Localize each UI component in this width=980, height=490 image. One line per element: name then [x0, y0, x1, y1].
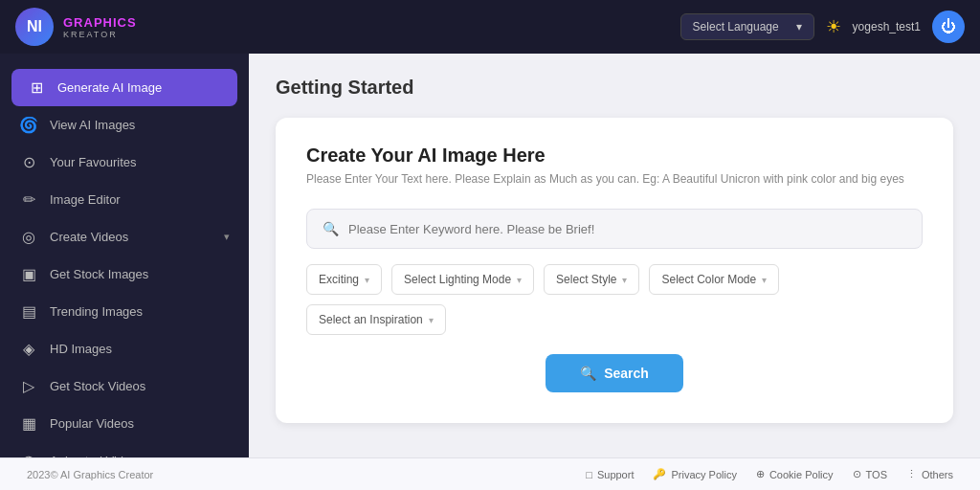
cookie-label: Cookie Policy	[769, 469, 834, 480]
sidebar-item-your-favourites[interactable]: ⊙ Your Favourites	[0, 144, 249, 181]
language-label: Select Language	[693, 20, 779, 33]
search-icon: 🔍	[323, 221, 339, 236]
view-ai-images-label: View AI Images	[50, 118, 230, 132]
footer-link-others[interactable]: ⋮ Others	[906, 468, 953, 480]
sidebar-item-get-stock-videos[interactable]: ▷ Get Stock Videos	[0, 368, 249, 405]
create-videos-icon: ◎	[19, 228, 38, 246]
view-ai-images-icon: 🌀	[19, 116, 38, 134]
card-title: Create Your AI Image Here	[306, 145, 923, 167]
power-button[interactable]: ⏻	[932, 11, 965, 43]
color-label: Select Color Mode	[661, 273, 756, 286]
support-icon: □	[586, 469, 592, 480]
copyright-text: 2023© AI Graphics Creator	[27, 469, 153, 480]
generate-ai-image-icon: ⊞	[27, 78, 46, 97]
dropdowns-row: Exciting ▾ Select Lighting Mode ▾ Select…	[306, 264, 923, 335]
get-stock-videos-icon: ▷	[19, 377, 38, 395]
sidebar-item-trending-images[interactable]: ▤ Trending Images	[0, 293, 249, 330]
sidebar-item-image-editor[interactable]: ✏ Image Editor	[0, 181, 249, 218]
footer-link-privacy[interactable]: 🔑 Privacy Policy	[653, 468, 736, 480]
chevron-down-icon: ▾	[796, 20, 802, 33]
privacy-label: Privacy Policy	[671, 469, 736, 480]
search-btn-label: Search	[604, 366, 649, 381]
chevron-right-icon: ▾	[224, 231, 230, 243]
page-title: Getting Started	[276, 77, 953, 99]
logo-title: GRAPHICS	[63, 15, 137, 30]
keyword-input[interactable]	[348, 222, 906, 236]
cookie-icon: ⊕	[756, 468, 765, 480]
sidebar-item-view-ai-images[interactable]: 🌀 View AI Images	[0, 106, 249, 144]
privacy-icon: 🔑	[653, 468, 666, 480]
your-favourites-icon: ⊙	[19, 153, 38, 171]
card-subtitle: Please Enter Your Text here. Please Expl…	[306, 172, 923, 186]
sidebar-item-hd-images[interactable]: ◈ HD Images	[0, 330, 249, 368]
hd-images-icon: ◈	[19, 340, 38, 358]
footer-links: □ Support 🔑 Privacy Policy ⊕ Cookie Poli…	[586, 468, 953, 480]
tos-label: TOS	[866, 469, 887, 480]
dropdown-style[interactable]: Select Style ▾	[544, 264, 639, 295]
main-layout: ⊞ Generate AI Image 🌀 View AI Images ⊙ Y…	[0, 54, 980, 457]
footer-link-tos[interactable]: ⊙ TOS	[853, 468, 887, 480]
language-selector[interactable]: Select Language ▾	[680, 13, 814, 40]
sidebar-item-get-stock-images[interactable]: ▣ Get Stock Images	[0, 256, 249, 293]
inspiration-label: Select an Inspiration	[319, 313, 423, 326]
sidebar-item-create-videos[interactable]: ◎ Create Videos ▾	[0, 218, 249, 256]
your-favourites-label: Your Favourites	[50, 155, 230, 169]
get-stock-videos-label: Get Stock Videos	[50, 379, 230, 393]
chevron-down-icon: ▾	[762, 275, 767, 285]
search-button[interactable]: 🔍 Search	[546, 354, 683, 392]
create-image-card: Create Your AI Image Here Please Enter Y…	[276, 118, 953, 423]
logo-brand-name: GRAPHICS	[63, 15, 137, 30]
footer-link-cookie[interactable]: ⊕ Cookie Policy	[756, 468, 834, 480]
keyword-search-box[interactable]: 🔍	[306, 209, 923, 249]
get-stock-images-icon: ▣	[19, 265, 38, 283]
create-videos-label: Create Videos	[50, 230, 212, 244]
image-editor-icon: ✏	[19, 190, 38, 209]
others-label: Others	[922, 469, 953, 480]
style-label: Select Style	[556, 273, 616, 286]
theme-toggle-icon[interactable]: ☀	[826, 16, 841, 37]
search-btn-icon: 🔍	[580, 366, 596, 381]
mood-label: Exciting	[319, 273, 359, 286]
chevron-down-icon: ▾	[517, 275, 522, 285]
chevron-down-icon: ▾	[622, 275, 627, 285]
header-right: Select Language ▾ ☀ yogesh_test1 ⏻	[680, 11, 965, 43]
trending-images-label: Trending Images	[50, 304, 230, 319]
dropdown-color[interactable]: Select Color Mode ▾	[649, 264, 779, 295]
app-footer: 2023© AI Graphics Creator □ Support 🔑 Pr…	[0, 457, 980, 490]
sidebar-item-animated-videos[interactable]: ◑ Animated Videos	[0, 442, 249, 457]
logo-icon: NI	[15, 8, 54, 46]
logo-area: NI GRAPHICS KREATOR	[15, 8, 137, 46]
main-content: Getting Started Create Your AI Image Her…	[249, 54, 980, 457]
sidebar-item-generate-ai-image[interactable]: ⊞ Generate AI Image	[11, 69, 237, 106]
footer-link-support[interactable]: □ Support	[586, 468, 634, 480]
user-name: yogesh_test1	[853, 20, 921, 33]
dropdown-lighting[interactable]: Select Lighting Mode ▾	[391, 264, 534, 295]
popular-videos-icon: ▦	[19, 414, 38, 433]
logo-sub: KREATOR	[63, 30, 137, 39]
search-btn-row: 🔍 Search	[306, 354, 923, 392]
dropdown-inspiration[interactable]: Select an Inspiration ▾	[306, 304, 446, 335]
app-header: NI GRAPHICS KREATOR Select Language ▾ ☀ …	[0, 0, 980, 54]
logo-letters: NI	[27, 18, 42, 35]
sidebar-item-popular-videos[interactable]: ▦ Popular Videos	[0, 405, 249, 442]
support-label: Support	[597, 469, 635, 480]
tos-icon: ⊙	[853, 468, 861, 480]
others-icon: ⋮	[906, 468, 917, 480]
generate-ai-image-label: Generate AI Image	[57, 80, 222, 95]
chevron-down-icon: ▾	[429, 315, 434, 325]
image-editor-label: Image Editor	[50, 192, 230, 207]
hd-images-label: HD Images	[50, 342, 230, 356]
dropdown-mood[interactable]: Exciting ▾	[306, 264, 382, 295]
sidebar: ⊞ Generate AI Image 🌀 View AI Images ⊙ Y…	[0, 54, 249, 457]
get-stock-images-label: Get Stock Images	[50, 267, 230, 281]
popular-videos-label: Popular Videos	[50, 416, 230, 431]
logo-text: GRAPHICS KREATOR	[63, 15, 137, 39]
trending-images-icon: ▤	[19, 302, 38, 321]
lighting-label: Select Lighting Mode	[404, 273, 511, 286]
chevron-down-icon: ▾	[365, 275, 369, 285]
